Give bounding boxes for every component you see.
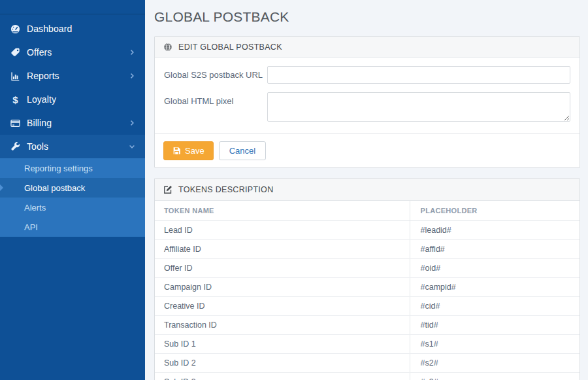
table-row: Sub ID 2#s2# (155, 354, 580, 373)
save-button[interactable]: Save (163, 141, 214, 160)
token-name-cell: Creative ID (155, 297, 410, 316)
active-arrow-icon (0, 184, 3, 191)
token-name-cell: Sub ID 2 (155, 354, 410, 373)
tokens-table: TOKEN NAME PLACEHOLDER Lead ID#leadid# A… (155, 201, 580, 380)
placeholder-cell: #s1# (410, 335, 580, 354)
table-row: Transaction ID#tid# (155, 316, 580, 335)
sidebar-item-offers[interactable]: Offers (0, 41, 145, 64)
tag-icon (10, 47, 21, 58)
placeholder-cell: #campid# (410, 278, 580, 297)
sidebar-item-label: Tools (27, 141, 128, 152)
chevron-down-icon (128, 143, 136, 150)
sidebar-item-api[interactable]: API (0, 217, 145, 237)
dollar-icon: $ (10, 94, 21, 105)
table-row: Affiliate ID#affid# (155, 240, 580, 259)
html-pixel-label: Global HTML pixel (164, 92, 267, 122)
sidebar-item-dashboard[interactable]: Dashboard (0, 17, 145, 41)
app-root: Dashboard Offers Reports (0, 0, 588, 380)
s2s-url-label: Global S2S postback URL (164, 66, 267, 84)
html-pixel-textarea[interactable] (267, 92, 570, 122)
sidebar: Dashboard Offers Reports (0, 0, 145, 380)
globe-icon (163, 43, 172, 52)
submenu-item-label: Global postback (24, 183, 85, 193)
sidebar-topbar (0, 0, 145, 14)
table-row: Sub ID 3#s3# (155, 373, 580, 380)
token-name-cell: Transaction ID (155, 316, 410, 335)
placeholder-cell: #oid# (410, 259, 580, 278)
chevron-right-icon (128, 48, 136, 56)
sidebar-item-loyalty[interactable]: $ Loyalty (0, 88, 145, 111)
tokens-panel-title: TOKENS DESCRIPTION (178, 185, 273, 194)
sidebar-item-reporting-settings[interactable]: Reporting settings (0, 158, 145, 178)
form-row-s2s-url: Global S2S postback URL (164, 66, 570, 84)
sidebar-item-tools[interactable]: Tools (0, 135, 145, 158)
sidebar-item-reports[interactable]: Reports (0, 64, 145, 88)
edit-panel-footer: Save Cancel (155, 133, 580, 167)
placeholder-cell: #leadid# (410, 221, 580, 240)
sidebar-item-global-postback[interactable]: Global postback (0, 178, 145, 198)
cancel-button[interactable]: Cancel (219, 141, 266, 160)
sidebar-item-label: Dashboard (27, 24, 136, 34)
sidebar-item-billing[interactable]: Billing (0, 111, 145, 135)
table-header-row: TOKEN NAME PLACEHOLDER (155, 201, 580, 221)
token-name-cell: Sub ID 3 (155, 373, 410, 380)
edit-panel-body: Global S2S postback URL Global HTML pixe… (155, 58, 580, 133)
column-header-token-name: TOKEN NAME (155, 201, 410, 221)
chevron-right-icon (128, 72, 136, 80)
table-row: Campaign ID#campid# (155, 278, 580, 297)
submenu-item-label: API (24, 222, 38, 232)
placeholder-cell: #tid# (410, 316, 580, 335)
sidebar-item-alerts[interactable]: Alerts (0, 198, 145, 217)
submenu-item-label: Reporting settings (24, 164, 93, 173)
main-content: GLOBAL POSTBACK EDIT GLOBAL POSTBACK Glo… (145, 0, 588, 380)
page-title: GLOBAL POSTBACK (154, 9, 580, 25)
tokens-panel-header: TOKENS DESCRIPTION (155, 179, 580, 201)
bar-chart-icon (10, 71, 21, 81)
save-button-label: Save (185, 145, 204, 156)
dashboard-icon (10, 24, 21, 34)
placeholder-cell: #cid# (410, 297, 580, 316)
table-row: Lead ID#leadid# (155, 221, 580, 240)
edit-icon (163, 185, 172, 194)
token-name-cell: Affiliate ID (155, 240, 410, 259)
placeholder-cell: #s2# (410, 354, 580, 373)
placeholder-cell: #s3# (410, 373, 580, 380)
tools-submenu: Reporting settings Global postback Alert… (0, 158, 145, 237)
sidebar-item-label: Billing (27, 118, 128, 128)
main-menu: Dashboard Offers Reports (0, 14, 145, 237)
table-row: Sub ID 1#s1# (155, 335, 580, 354)
token-name-cell: Sub ID 1 (155, 335, 410, 354)
credit-card-icon (10, 118, 21, 128)
chevron-right-icon (128, 119, 136, 127)
token-name-cell: Offer ID (155, 259, 410, 278)
save-icon (172, 147, 181, 155)
table-row: Creative ID#cid# (155, 297, 580, 316)
tokens-description-panel: TOKENS DESCRIPTION TOKEN NAME PLACEHOLDE… (154, 178, 580, 380)
sidebar-item-label: Offers (27, 47, 128, 58)
wrench-icon (10, 141, 21, 152)
edit-panel-header: EDIT GLOBAL POSTBACK (155, 37, 580, 58)
edit-panel-title: EDIT GLOBAL POSTBACK (178, 43, 282, 52)
sidebar-item-label: Reports (27, 71, 128, 81)
token-name-cell: Campaign ID (155, 278, 410, 297)
edit-global-postback-panel: EDIT GLOBAL POSTBACK Global S2S postback… (154, 36, 580, 168)
s2s-url-input[interactable] (267, 66, 570, 84)
placeholder-cell: #affid# (410, 240, 580, 259)
table-row: Offer ID#oid# (155, 259, 580, 278)
column-header-placeholder: PLACEHOLDER (410, 201, 580, 221)
form-row-html-pixel: Global HTML pixel (164, 92, 570, 122)
submenu-item-label: Alerts (24, 203, 46, 213)
token-name-cell: Lead ID (155, 221, 410, 240)
sidebar-item-label: Loyalty (27, 94, 136, 105)
